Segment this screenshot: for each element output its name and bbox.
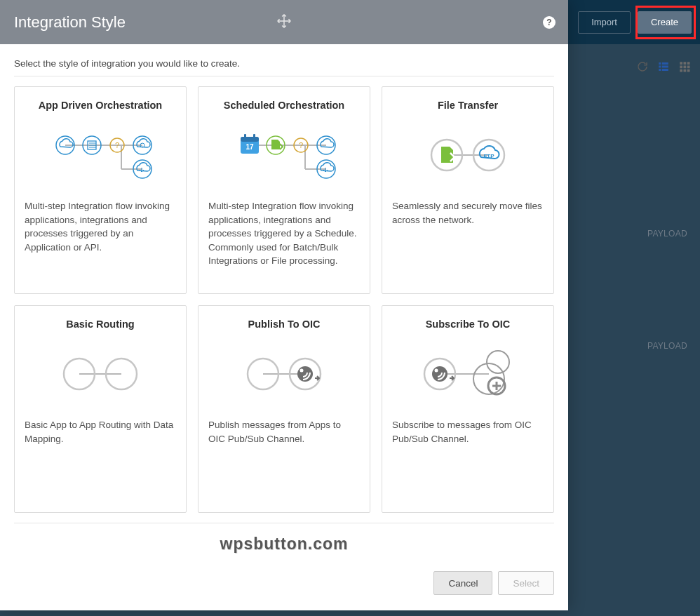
basic-routing-icon (25, 342, 176, 406)
svg-text:17: 17 (245, 143, 254, 151)
divider (14, 76, 554, 76)
svg-rect-11 (687, 66, 690, 69)
integration-style-dialog: Integration Style ? Select the style of … (0, 0, 568, 610)
card-desc: Multi-step Integration flow invoking app… (25, 199, 176, 254)
card-desc: Publish messages from Apps to OIC Pub/Su… (208, 418, 360, 446)
card-title: App Driven Orchestration (25, 100, 176, 111)
card-grid: App Driven Orchestration ? (14, 86, 554, 513)
instruction-text: Select the style of integration you woul… (14, 58, 554, 69)
card-subscribe-to-oic[interactable]: Subscribe To OIC (382, 305, 554, 513)
svg-text:?: ? (115, 141, 119, 149)
svg-point-53 (300, 369, 304, 373)
svg-rect-0 (659, 62, 661, 65)
scheduled-orchestration-icon: 17 ? (208, 123, 360, 187)
svg-rect-4 (659, 69, 661, 71)
svg-rect-1 (662, 62, 668, 65)
file-transfer-icon: FTP (392, 123, 544, 187)
card-desc: Seamlessly and securely move files acros… (392, 199, 544, 227)
card-scheduled-orchestration[interactable]: Scheduled Orchestration 17 (198, 86, 370, 294)
card-desc: Basic App to App Routing with Data Mappi… (25, 418, 176, 446)
svg-rect-2 (659, 66, 661, 68)
subscribe-icon (392, 342, 544, 406)
card-desc: Subscribe to messages from OIC Pub/Sub C… (392, 418, 544, 446)
card-app-driven-orchestration[interactable]: App Driven Orchestration ? (14, 86, 187, 294)
svg-rect-6 (680, 62, 682, 65)
watermark-text: wpsbutton.com (14, 535, 554, 554)
dialog-footer: Cancel Select (0, 561, 568, 610)
card-title: Publish To OIC (208, 319, 360, 330)
svg-point-58 (487, 351, 509, 373)
grid-view-icon[interactable] (678, 60, 692, 74)
bg-row-label-2: PAYLOAD (647, 341, 687, 351)
list-view-icon[interactable] (657, 60, 671, 74)
dialog-title: Integration Style (14, 13, 126, 32)
svg-rect-9 (680, 66, 682, 69)
card-file-transfer[interactable]: File Transfer FTP Seamlessly and securel… (382, 86, 554, 294)
publish-icon (208, 342, 360, 406)
app-orchestration-icon: ? (25, 123, 176, 187)
bg-row-label-1: PAYLOAD (647, 229, 687, 239)
svg-rect-34 (244, 134, 246, 138)
svg-rect-12 (680, 69, 682, 72)
card-title: Subscribe To OIC (392, 319, 544, 330)
svg-rect-14 (687, 69, 690, 72)
refresh-icon[interactable] (635, 60, 649, 74)
svg-text:?: ? (299, 141, 303, 149)
svg-rect-8 (687, 62, 690, 65)
svg-rect-35 (253, 134, 255, 138)
view-toolbar (635, 60, 692, 74)
dialog-header: Integration Style ? (0, 0, 568, 44)
svg-rect-7 (684, 62, 687, 65)
card-publish-to-oic[interactable]: Publish To OIC Publish messages from App… (198, 305, 370, 513)
create-button[interactable]: Create (638, 11, 692, 34)
svg-text:FTP: FTP (483, 153, 494, 159)
svg-rect-10 (684, 66, 687, 69)
svg-point-57 (435, 369, 438, 373)
divider (14, 523, 554, 523)
dialog-body: Select the style of integration you woul… (0, 44, 568, 561)
help-button[interactable]: ? (543, 16, 556, 29)
card-desc: Multi-step Integration flow invoking app… (208, 199, 360, 268)
import-button[interactable]: Import (578, 11, 631, 34)
card-title: Basic Routing (25, 319, 176, 330)
card-title: File Transfer (392, 100, 544, 111)
cancel-button[interactable]: Cancel (433, 571, 492, 595)
card-title: Scheduled Orchestration (208, 100, 360, 111)
card-basic-routing[interactable]: Basic Routing Basic App to App Routing w… (14, 305, 187, 513)
svg-rect-13 (684, 69, 687, 72)
svg-rect-33 (241, 137, 259, 142)
svg-rect-3 (662, 66, 668, 68)
drag-handle-icon[interactable] (276, 13, 292, 32)
select-button[interactable]: Select (498, 571, 554, 595)
svg-rect-5 (662, 69, 668, 71)
